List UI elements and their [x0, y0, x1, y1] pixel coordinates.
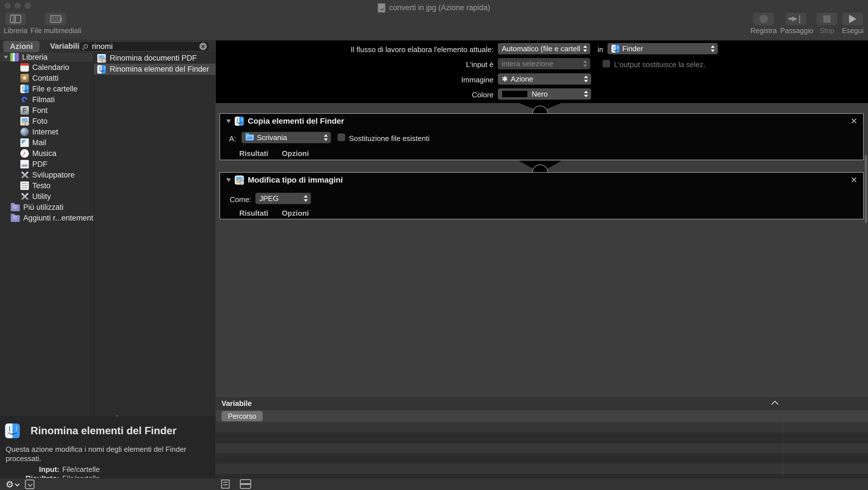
contacts-icon — [20, 74, 29, 82]
variable-empty-row — [216, 474, 868, 478]
list-view-button[interactable] — [221, 480, 230, 490]
action-block-modifica-tipo: Modifica tipo di immagini ✕ Come: JPEG R… — [219, 172, 864, 220]
record-button[interactable] — [753, 13, 774, 25]
run-button[interactable] — [842, 13, 863, 25]
library-sidebar: Libreria Calendario Contatti File e cart… — [0, 53, 94, 457]
popup-chevrons-icon — [583, 45, 587, 52]
record-label: Registra — [749, 27, 778, 35]
actions-results-list: Rinomina documenti PDF Rinomina elementi… — [94, 53, 216, 457]
variable-empty-row — [216, 443, 868, 453]
sidebar-item-filmati[interactable]: Filmati — [0, 94, 93, 105]
output-replaces-label: L'output sostituisce la selez. — [614, 60, 705, 69]
toggle-library-button[interactable] — [5, 13, 26, 25]
action-menu-button[interactable]: ⚙ — [6, 479, 19, 490]
list-item-rinomina-elementi-del-finder[interactable]: Rinomina elementi del Finder — [94, 64, 216, 75]
clear-search-icon[interactable] — [199, 43, 207, 50]
app-popup[interactable]: Finder — [608, 43, 718, 54]
sidebar-item-aggiunti-recentemente[interactable]: Aggiunti r...entemente — [0, 212, 93, 223]
description-body: Questa azione modifica i nomi degli elem… — [6, 445, 187, 463]
stack-view-button[interactable] — [240, 479, 249, 490]
action-description-panel: Rinomina elementi del Finder Questa azio… — [0, 416, 216, 478]
variables-column-divider — [783, 410, 783, 478]
destination-popup[interactable]: Scrivania — [242, 132, 331, 143]
stop-button[interactable] — [816, 13, 837, 25]
replace-existing-label: Sostituzione file esistenti — [349, 134, 430, 143]
workflow-document-icon — [378, 3, 385, 12]
popup-chevrons-icon — [304, 195, 308, 202]
variable-row: Percorso — [216, 410, 868, 422]
variable-empty-row — [216, 464, 868, 474]
close-action-icon[interactable]: ✕ — [850, 116, 858, 126]
destination-label: A: — [229, 135, 236, 143]
search-value: rinomi — [92, 42, 199, 51]
library-books-icon — [10, 53, 19, 61]
text-icon — [20, 181, 29, 190]
sidebar-item-pdf[interactable]: PDF — [0, 159, 93, 170]
popup-chevrons-icon — [323, 134, 328, 141]
image-popup[interactable]: ✱ Azione — [498, 73, 591, 85]
description-input-label: Input: — [0, 465, 59, 474]
action-title: Modifica tipo di immagini — [248, 175, 343, 184]
run-icon — [849, 15, 857, 23]
collapse-chevron-icon[interactable] — [771, 401, 778, 408]
sidebar-item-libreria[interactable]: Libreria — [0, 53, 93, 62]
variable-empty-row — [216, 422, 868, 433]
options-link[interactable]: Opzioni — [282, 149, 309, 158]
results-link[interactable]: Risultati — [239, 209, 269, 218]
toggle-description-button[interactable] — [25, 480, 34, 490]
workflow-scrollbar[interactable] — [865, 155, 867, 223]
finder-icon — [5, 424, 20, 438]
options-link[interactable]: Opzioni — [282, 209, 309, 218]
sidebar-item-font[interactable]: Font — [0, 105, 93, 116]
search-input[interactable]: rinomi — [79, 41, 209, 52]
pdf-icon — [20, 160, 29, 168]
photos-icon — [20, 117, 29, 125]
disclosure-triangle-icon[interactable] — [4, 56, 8, 59]
output-replaces-checkbox[interactable] — [603, 60, 610, 67]
sidebar-item-file-e-cartelle[interactable]: File e cartelle — [0, 84, 93, 94]
process-popup[interactable]: Automatico (file e cartelle) — [498, 43, 590, 54]
sidebar-item-musica[interactable]: Musica — [0, 148, 93, 159]
left-pane: Azioni Variabili rinomi Libreria Calenda… — [0, 40, 216, 478]
sidebar-item-contatti[interactable]: Contatti — [0, 73, 93, 84]
step-label: Passaggio — [780, 27, 814, 35]
chevron-down-icon — [15, 482, 20, 487]
variable-empty-row — [216, 433, 868, 443]
input-popup[interactable]: intera selezione — [498, 58, 590, 69]
step-button[interactable] — [786, 13, 807, 25]
tabs-row: Azioni Variabili rinomi — [0, 40, 216, 52]
variable-percorso[interactable]: Percorso — [221, 411, 263, 421]
sidebar-item-utility[interactable]: Utility — [0, 191, 93, 202]
workflow-pane: Il flusso di lavoro elabora l'elemento a… — [216, 40, 868, 490]
results-link[interactable]: Risultati — [239, 149, 269, 158]
tab-azioni[interactable]: Azioni — [3, 41, 39, 52]
in-label: in — [595, 45, 603, 54]
stop-label: Stop — [816, 27, 837, 35]
disclosure-triangle-icon[interactable] — [226, 119, 231, 123]
disclosure-triangle-icon[interactable] — [226, 178, 231, 182]
sidebar-item-testo[interactable]: Testo — [0, 180, 93, 191]
sidebar-item-internet[interactable]: Internet — [0, 126, 93, 137]
close-action-icon[interactable]: ✕ — [850, 175, 858, 185]
bottom-bar: ⚙ — [0, 478, 868, 490]
music-icon — [20, 149, 29, 158]
format-popup[interactable]: JPEG — [255, 193, 311, 204]
list-item-rinomina-documenti-pdf[interactable]: Rinomina documenti PDF — [94, 53, 216, 64]
sidebar-item-calendario[interactable]: Calendario — [0, 62, 93, 73]
sidebar-item-mail[interactable]: Mail — [0, 137, 93, 148]
color-swatch — [502, 90, 528, 98]
popup-chevrons-icon — [583, 60, 587, 67]
action-title: Copia elementi del Finder — [248, 117, 344, 126]
popup-chevrons-icon — [584, 90, 588, 98]
photos-icon — [97, 54, 106, 63]
sidebar-item-piu-utilizzati[interactable]: Più utilizzati — [0, 202, 93, 212]
media-button[interactable] — [45, 13, 66, 25]
process-label: Il flusso di lavoro elabora l'elemento a… — [216, 45, 494, 54]
workflow-header: Il flusso di lavoro elabora l'elemento a… — [216, 40, 868, 103]
action-block-copia-elementi: Copia elementi del Finder ✕ A: Scrivania… — [219, 113, 864, 160]
sidebar-item-foto[interactable]: Foto — [0, 116, 93, 126]
finder-icon — [97, 65, 106, 74]
sidebar-item-sviluppatore[interactable]: Sviluppatore — [0, 170, 93, 180]
replace-existing-checkbox[interactable] — [338, 134, 345, 141]
color-popup[interactable]: Nero — [498, 88, 591, 99]
